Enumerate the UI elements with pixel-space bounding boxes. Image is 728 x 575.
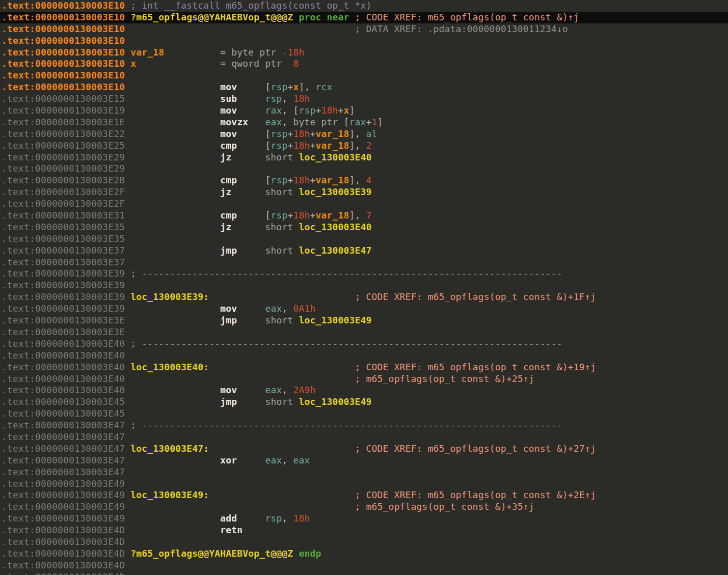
token: [209, 291, 355, 302]
listing-line[interactable]: .text:0000000130003E49 loc_130003E49: ; …: [2, 489, 728, 501]
token: var_18: [315, 175, 349, 185]
listing-line[interactable]: .text:0000000130003E47 loc_130003E47: ; …: [2, 443, 728, 455]
token: ],: [299, 81, 315, 92]
token: jmp: [220, 315, 237, 325]
symbol-token[interactable]: ?m65_opflags@@YAHAEBVop_t@@@Z: [130, 12, 293, 22]
line-address: .text:0000000130003E3E: [2, 326, 125, 337]
line-address: .text:0000000130003E19: [2, 105, 125, 116]
symbol-token[interactable]: loc_130003E39: [299, 186, 371, 197]
listing-line[interactable]: .text:0000000130003E10 var_18 = byte ptr…: [2, 47, 728, 59]
disassembly-listing[interactable]: .text:0000000130003E10 ; int __fastcall …: [0, 0, 728, 575]
listing-line[interactable]: .text:0000000130003E49 add rsp, 18h: [2, 513, 728, 525]
token: [209, 489, 355, 500]
symbol-token[interactable]: loc_130003E49:: [130, 489, 209, 500]
token: ; CODE XREF: m65_opflags(op_t const &)+2…: [355, 443, 596, 454]
listing-line[interactable]: .text:0000000130003E25 cmp [rsp+18h+var_…: [2, 140, 728, 152]
listing-line[interactable]: .text:0000000130003E10 ; DATA XREF: .pda…: [2, 23, 728, 35]
listing-line[interactable]: .text:0000000130003E1E movzx eax, byte p…: [2, 117, 728, 128]
listing-line[interactable]: .text:0000000130003E10 ; int __fastcall …: [2, 0, 728, 12]
line-address: .text:0000000130003E49: [2, 513, 125, 524]
listing-line[interactable]: .text:0000000130003E19 mov rax, [rsp+18h…: [2, 105, 728, 117]
token: proc near: [299, 12, 349, 22]
token: ; CODE XREF: m65_opflags(op_t const &)+1…: [355, 362, 596, 372]
listing-line[interactable]: .text:0000000130003E22 mov [rsp+18h+var_…: [2, 128, 728, 140]
symbol-token[interactable]: loc_130003E47:: [130, 443, 209, 454]
listing-line[interactable]: .text:0000000130003E47: [2, 467, 728, 478]
listing-line[interactable]: .text:0000000130003E10: [2, 70, 728, 81]
token: short: [265, 315, 299, 325]
symbol-token[interactable]: loc_130003E49: [299, 396, 371, 407]
token: ],: [349, 140, 366, 151]
listing-line[interactable]: .text:0000000130003E49: [2, 478, 728, 490]
listing-line[interactable]: .text:0000000130003E47 ; ---------------…: [2, 420, 728, 431]
listing-line[interactable]: .text:0000000130003E10: [2, 35, 728, 47]
listing-line[interactable]: .text:0000000130003E31 cmp [rsp+18h+var_…: [2, 210, 728, 222]
token: rsp: [271, 140, 287, 151]
listing-line[interactable]: .text:0000000130003E40: [2, 350, 728, 362]
line-address: .text:0000000130003E49: [2, 501, 125, 512]
listing-line[interactable]: .text:0000000130003E40 loc_130003E40: ; …: [2, 362, 728, 373]
listing-line[interactable]: .text:0000000130003E10 ?m65_opflags@@YAH…: [0, 12, 728, 23]
listing-line[interactable]: .text:0000000130003E37 jmp short loc_130…: [2, 245, 728, 257]
listing-line[interactable]: .text:0000000130003E37: [2, 257, 728, 268]
token: [130, 525, 220, 535]
line-address: .text:0000000130003E15: [2, 93, 125, 104]
token: 1: [372, 117, 378, 127]
symbol-token[interactable]: loc_130003E47: [299, 245, 371, 256]
listing-line[interactable]: .text:0000000130003E39: [2, 280, 728, 291]
token: +: [366, 117, 372, 127]
token: ; int __fastcall m65_opflags(const op_t …: [130, 0, 371, 11]
token: eax: [265, 455, 282, 466]
listing-line[interactable]: .text:0000000130003E35 jz short loc_1300…: [2, 222, 728, 233]
listing-line[interactable]: .text:0000000130003E2B cmp [rsp+18h+var_…: [2, 175, 728, 186]
listing-line[interactable]: .text:0000000130003E10 mov [rsp+x], rcx: [2, 81, 728, 93]
line-address: .text:0000000130003E47: [2, 443, 125, 454]
symbol-token[interactable]: loc_130003E40:: [130, 362, 209, 372]
token: rsp: [299, 105, 315, 116]
listing-line[interactable]: .text:0000000130003E4D retn: [2, 525, 728, 536]
listing-line[interactable]: .text:0000000130003E29: [2, 163, 728, 175]
listing-line[interactable]: .text:0000000130003E4D: [2, 560, 728, 571]
listing-line[interactable]: .text:0000000130003E39 ; ---------------…: [2, 268, 728, 280]
token: ,: [282, 513, 293, 524]
line-address: .text:0000000130003E35: [2, 222, 125, 232]
listing-line[interactable]: .text:0000000130003E40 mov eax, 2A9h: [2, 385, 728, 396]
listing-line[interactable]: .text:0000000130003E35: [2, 233, 728, 245]
line-address: .text:0000000130003E40: [2, 385, 125, 395]
listing-line[interactable]: .text:0000000130003E15 sub rsp, 18h: [2, 93, 728, 105]
symbol-token[interactable]: loc_130003E40: [299, 222, 371, 232]
listing-line[interactable]: .text:0000000130003E47: [2, 431, 728, 443]
listing-line[interactable]: .text:0000000130003E2F jz short loc_1300…: [2, 186, 728, 198]
listing-line[interactable]: .text:0000000130003E45 jmp short loc_130…: [2, 396, 728, 408]
symbol-token[interactable]: loc_130003E40: [299, 152, 371, 162]
listing-line[interactable]: .text:0000000130003E40 ; m65_opflags(op_…: [2, 373, 728, 385]
token: +: [310, 140, 315, 151]
token: [237, 315, 265, 325]
listing-line[interactable]: .text:0000000130003E39 loc_130003E39: ; …: [2, 291, 728, 303]
listing-line[interactable]: .text:0000000130003E45: [2, 408, 728, 420]
listing-line[interactable]: .text:0000000130003E4D: [2, 536, 728, 548]
token: [130, 117, 220, 127]
line-address: .text:0000000130003E39: [2, 268, 125, 279]
listing-line[interactable]: .text:0000000130003E2F: [2, 198, 728, 210]
listing-line[interactable]: .text:0000000130003E10 x = qword ptr 8: [2, 58, 728, 70]
listing-line[interactable]: .text:0000000130003E4D: [2, 571, 728, 575]
listing-line[interactable]: .text:0000000130003E29 jz short loc_1300…: [2, 152, 728, 163]
listing-line[interactable]: .text:0000000130003E3E: [2, 326, 728, 338]
symbol-token[interactable]: ?m65_opflags@@YAHAEBVop_t@@@Z: [130, 548, 293, 559]
listing-line[interactable]: .text:0000000130003E39 mov eax, 0A1h: [2, 303, 728, 315]
listing-line[interactable]: .text:0000000130003E49 ; m65_opflags(op_…: [2, 501, 728, 513]
listing-line[interactable]: .text:0000000130003E3E jmp short loc_130…: [2, 315, 728, 326]
token: [248, 117, 265, 127]
listing-line[interactable]: .text:0000000130003E47 xor eax, eax: [2, 455, 728, 467]
listing-line[interactable]: .text:0000000130003E40 ; ---------------…: [2, 338, 728, 350]
token: ; CODE XREF: m65_opflags(op_t const &)+1…: [355, 291, 596, 302]
line-address: .text:0000000130003E40: [2, 350, 125, 361]
token: 2: [366, 140, 372, 151]
listing-line[interactable]: .text:0000000130003E4D ?m65_opflags@@YAH…: [2, 548, 728, 560]
token: ; m65_opflags(op_t const &)+25↑j: [355, 373, 534, 384]
line-address: .text:0000000130003E37: [2, 257, 125, 267]
symbol-token[interactable]: loc_130003E49: [299, 315, 371, 325]
token: [130, 128, 220, 139]
symbol-token[interactable]: loc_130003E39:: [130, 291, 209, 302]
